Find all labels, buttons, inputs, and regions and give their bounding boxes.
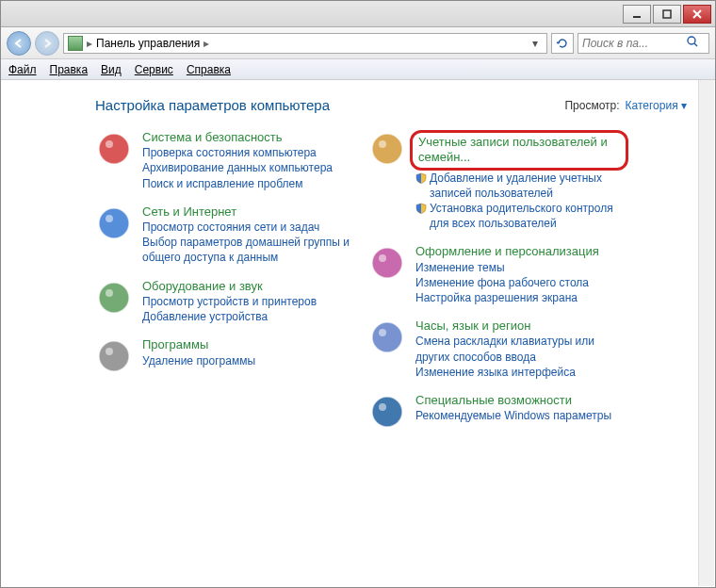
refresh-button[interactable] [551,33,574,54]
menu-file[interactable]: Файл [8,63,37,76]
category-title[interactable]: Оформление и персонализация [415,244,623,259]
sublink[interactable]: Смена раскладки клавиатуры или других сп… [415,334,623,364]
sublink[interactable]: Рекомендуемые Windows параметры [415,408,623,423]
svg-point-17 [106,348,113,355]
svg-point-20 [379,140,386,148]
sublink[interactable]: Изменение темы [415,260,623,275]
shield-icon [415,172,427,184]
menu-tools[interactable]: Сервис [135,63,173,76]
category-title[interactable]: Учетные записи пользователей и семейн... [418,135,620,166]
page-title: Настройка параметров компьютера [95,97,330,113]
svg-point-11 [106,215,113,222]
sublink[interactable]: Добавление и удаление учетных записей по… [415,171,623,201]
content-area: Настройка параметров компьютера Просмотр… [1,80,715,587]
security-icon [95,130,133,168]
category-title[interactable]: Специальные возможности [415,393,623,408]
chevron-right-icon: ▸ [87,37,92,50]
back-button[interactable] [7,31,31,56]
shield-icon [415,203,427,214]
category-title[interactable]: Система и безопасность [142,130,350,145]
svg-line-5 [694,43,697,46]
category-block: Специальные возможностиРекомендуемые Win… [368,393,623,431]
view-dropdown[interactable]: Категория ▾ [626,99,687,112]
breadcrumb[interactable]: Панель управления [96,37,200,50]
chevron-right-icon: ▸ [203,37,209,50]
category-block: Часы, язык и регионСмена раскладки клави… [368,318,623,380]
category-title[interactable]: Программы [142,337,350,352]
category-title[interactable]: Сеть и Интернет [142,204,350,220]
category-block: Учетные записи пользователей и семейн...… [368,130,623,231]
control-panel-icon [68,36,83,51]
search-input[interactable] [582,37,686,50]
menu-edit[interactable]: Правка [50,63,89,76]
navbar: ▸ Панель управления ▸ ▾ [1,27,715,59]
sublink[interactable]: Добавление устройства [142,309,350,324]
appearance-icon [368,244,406,282]
svg-point-26 [379,329,386,336]
menubar: Файл Правка Вид Сервис Справка [1,59,715,80]
address-dropdown[interactable]: ▾ [528,37,543,50]
hardware-icon [95,279,133,317]
close-button[interactable] [683,5,711,24]
sublink[interactable]: Проверка состояния компьютера [142,145,350,160]
highlighted-category: Учетные записи пользователей и семейн... [410,130,628,171]
category-block: Оборудование и звукПросмотр устройств и … [95,279,350,325]
address-bar[interactable]: ▸ Панель управления ▸ ▾ [63,33,547,54]
category-title[interactable]: Часы, язык и регион [415,318,623,334]
svg-point-8 [106,140,113,148]
forward-button[interactable] [35,31,59,56]
programs-icon [95,337,133,375]
right-column: Учетные записи пользователей и семейн...… [368,130,623,444]
svg-point-23 [379,254,386,262]
sublink[interactable]: Поиск и исправление проблем [142,176,350,191]
clock-icon [368,318,406,356]
svg-rect-1 [663,10,671,18]
menu-help[interactable]: Справка [187,63,231,76]
maximize-button[interactable] [653,5,681,24]
view-selector: Просмотр: Категория ▾ [564,99,687,112]
sublink[interactable]: Просмотр устройств и принтеров [142,294,350,309]
svg-point-4 [688,37,695,44]
accessibility-icon [368,393,406,431]
users-icon [368,130,406,168]
window: ▸ Панель управления ▸ ▾ Файл Правка Вид … [0,0,716,588]
svg-point-29 [379,403,386,411]
left-column: Система и безопасностьПроверка состояния… [95,130,350,444]
svg-point-14 [106,289,113,297]
sublink[interactable]: Изменение фона рабочего стола [415,275,623,290]
category-block: Система и безопасностьПроверка состояния… [95,130,350,191]
sublink[interactable]: Изменение языка интерфейса [415,365,623,380]
search-icon[interactable] [686,35,699,51]
network-icon [95,204,133,242]
sublink[interactable]: Просмотр состояния сети и задач [142,220,350,235]
category-block: Сеть и ИнтернетПросмотр состояния сети и… [95,204,350,266]
sublink[interactable]: Настройка разрешения экрана [415,290,623,305]
titlebar [1,1,715,27]
sublink[interactable]: Выбор параметров домашней группы и общег… [142,235,350,265]
category-block: ПрограммыУдаление программы [95,337,350,375]
category-title[interactable]: Оборудование и звук [142,279,350,294]
minimize-button[interactable] [623,5,651,24]
sublink[interactable]: Удаление программы [142,353,350,368]
menu-view[interactable]: Вид [101,63,122,76]
scrollbar[interactable] [698,80,714,586]
category-block: Оформление и персонализацияИзменение тем… [368,244,623,305]
search-box[interactable] [578,33,709,54]
sublink[interactable]: Установка родительского контроля для все… [415,201,623,231]
sublink[interactable]: Архивирование данных компьютера [142,160,350,175]
